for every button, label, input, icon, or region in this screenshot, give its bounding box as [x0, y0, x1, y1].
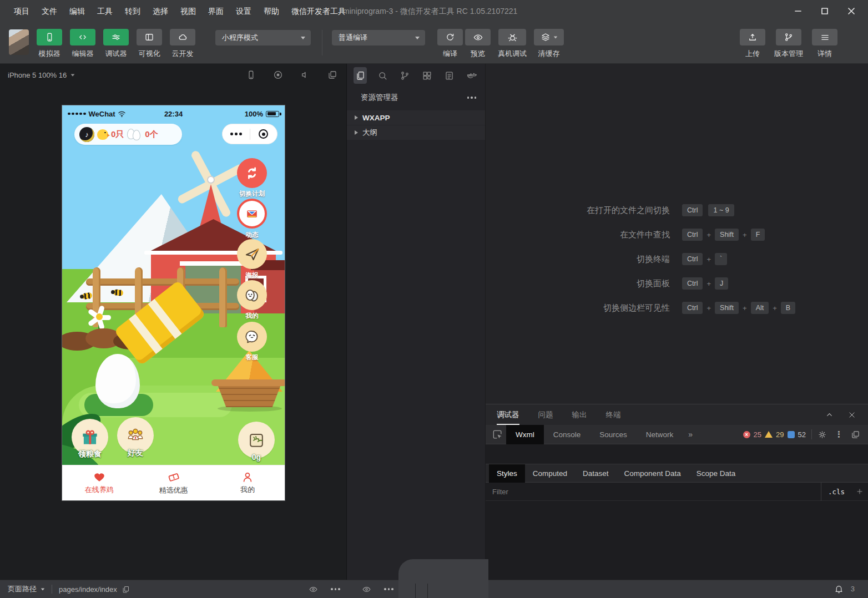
menu-view[interactable]: 视图 — [174, 0, 202, 22]
devtools-tab-sources[interactable]: Sources — [590, 425, 637, 444]
device-selector[interactable]: iPhone 5 100% 16 — [8, 71, 67, 79]
extensions-icon[interactable] — [421, 67, 434, 84]
poster-button[interactable] — [237, 239, 267, 269]
close-panel-icon[interactable] — [848, 404, 856, 425]
tab-computed[interactable]: Computed — [525, 464, 575, 483]
compile-button[interactable]: 编译 — [436, 29, 464, 59]
tab-styles[interactable]: Styles — [489, 464, 525, 483]
menu-settings[interactable]: 设置 — [230, 0, 258, 22]
minimize-button[interactable] — [785, 0, 811, 22]
clock-label: 22:34 — [164, 110, 183, 118]
debugger-toggle-button[interactable]: 调试器 — [102, 29, 130, 59]
devtools-tab-wxml[interactable]: Wxml — [506, 425, 544, 444]
compile-mode-select[interactable]: 普通编译 — [332, 30, 425, 45]
menu-interface[interactable]: 界面 — [202, 0, 230, 22]
menu-project[interactable]: 项目 — [8, 0, 36, 22]
files-icon[interactable] — [354, 67, 367, 84]
eye-icon[interactable] — [309, 585, 318, 594]
inspect-element-icon[interactable] — [492, 429, 503, 440]
docker-icon[interactable] — [465, 67, 478, 84]
tab-profile[interactable]: 我的 — [210, 465, 285, 500]
menu-help[interactable]: 帮助 — [258, 0, 285, 22]
devtools-menu-icon[interactable]: ⋮ — [835, 429, 843, 439]
tab-problems[interactable]: 问题 — [538, 404, 553, 425]
rotate-device-icon[interactable] — [246, 70, 256, 80]
tabs-overflow-icon[interactable]: » — [688, 430, 693, 439]
version-control-button[interactable]: 版本管理 — [770, 29, 807, 59]
remote-debug-button[interactable]: 真机调试 — [494, 29, 531, 59]
more-actions-icon[interactable] — [467, 97, 477, 99]
git-branch-icon[interactable] — [398, 67, 411, 84]
switch-plan-button[interactable] — [237, 158, 267, 188]
menu-goto[interactable]: 转到 — [119, 0, 147, 22]
tab-component-data[interactable]: Component Data — [617, 464, 689, 483]
tab-terminal[interactable]: 终端 — [606, 404, 621, 425]
mute-icon[interactable] — [300, 70, 310, 80]
tab-scope-data[interactable]: Scope Data — [689, 464, 744, 483]
devtools-tab-console[interactable]: Console — [544, 425, 591, 444]
close-button[interactable] — [838, 0, 865, 22]
stop-record-icon[interactable] — [273, 70, 283, 80]
preview-button[interactable]: 预览 — [464, 29, 492, 59]
cloud-dev-button[interactable]: 云开发 — [169, 29, 196, 59]
menu-edit[interactable]: 编辑 — [63, 0, 91, 22]
collapse-panel-icon[interactable] — [825, 404, 834, 425]
chicken-count: 0只 — [111, 129, 124, 140]
my-eggs-button[interactable] — [237, 280, 267, 310]
more-actions-icon[interactable] — [331, 588, 340, 590]
editor-area: 在打开的文件之间切换 Ctrl 1 ~ 9 在文件中查找 Ctrl + Shif… — [486, 64, 868, 404]
details-button[interactable]: 详情 — [810, 29, 839, 59]
simulator-toggle-button[interactable]: 模拟器 — [36, 29, 63, 59]
cls-button[interactable]: .cls — [821, 483, 851, 501]
menu-devtools[interactable]: 微信开发者工具 — [285, 0, 352, 22]
copy-path-icon[interactable] — [122, 585, 130, 594]
eye-icon[interactable] — [362, 585, 371, 594]
more-menu-button[interactable] — [223, 133, 250, 135]
tree-item-outline[interactable]: 大纲 — [347, 125, 485, 140]
chat-face-icon — [243, 328, 261, 346]
devtools-tab-network[interactable]: Network — [637, 425, 683, 444]
tab-raise-chicken[interactable]: 在线养鸡 — [62, 465, 137, 500]
more-actions-icon[interactable] — [384, 588, 393, 590]
carrier-label: WeChat — [89, 110, 115, 118]
npm-file-icon[interactable] — [443, 67, 456, 84]
maximize-button[interactable] — [811, 0, 838, 22]
visualization-toggle-button[interactable]: 可视化 — [135, 29, 163, 59]
upload-button[interactable]: 上传 — [738, 29, 767, 59]
user-avatar[interactable] — [9, 29, 29, 55]
editor-toggle-button[interactable]: 编辑器 — [69, 29, 97, 59]
eye-icon — [473, 32, 483, 43]
page-path-value: pages/index/index — [59, 585, 117, 594]
menu-select[interactable]: 选择 — [147, 0, 174, 22]
battery-icon — [266, 111, 279, 117]
tab-output[interactable]: 输出 — [572, 404, 587, 425]
miniprogram-capsule — [222, 124, 277, 144]
tab-deals[interactable]: 精选优惠 — [137, 465, 211, 500]
notifications-bell-icon[interactable] — [834, 584, 844, 594]
mode-select[interactable]: 小程序模式 — [215, 30, 311, 45]
devtools-settings-icon[interactable] — [817, 430, 827, 439]
console-badges[interactable]: 25 29 52 — [743, 430, 806, 439]
add-style-icon[interactable] — [851, 483, 868, 501]
moments-button[interactable] — [237, 199, 267, 229]
phone-tabbar: 在线养鸡 精选优惠 我的 — [62, 465, 285, 500]
page-path-selector[interactable]: 页面路径 — [8, 584, 37, 594]
search-icon[interactable] — [376, 67, 389, 84]
envelope-icon — [244, 206, 260, 221]
multi-window-icon[interactable] — [327, 70, 337, 80]
tab-dataset[interactable]: Dataset — [575, 464, 617, 483]
switch-plan-label: 切换计划 — [227, 190, 277, 198]
music-icon[interactable]: ♪ — [79, 127, 94, 142]
menu-tools[interactable]: 工具 — [91, 0, 119, 22]
chevron-right-icon — [355, 115, 358, 120]
counters-pill[interactable]: ♪ 0只 0个 — [74, 124, 182, 145]
filter-input[interactable] — [486, 488, 821, 496]
clear-cache-button[interactable]: 清缓存 — [532, 29, 566, 59]
exit-button[interactable] — [250, 129, 277, 139]
tree-item-wxapp[interactable]: WXAPP — [347, 110, 485, 125]
tab-debugger[interactable]: 调试器 — [497, 404, 519, 425]
undock-icon[interactable] — [851, 430, 860, 439]
signal-dots-icon — [68, 113, 86, 115]
customer-service-button[interactable] — [237, 322, 267, 352]
menu-file[interactable]: 文件 — [36, 0, 63, 22]
